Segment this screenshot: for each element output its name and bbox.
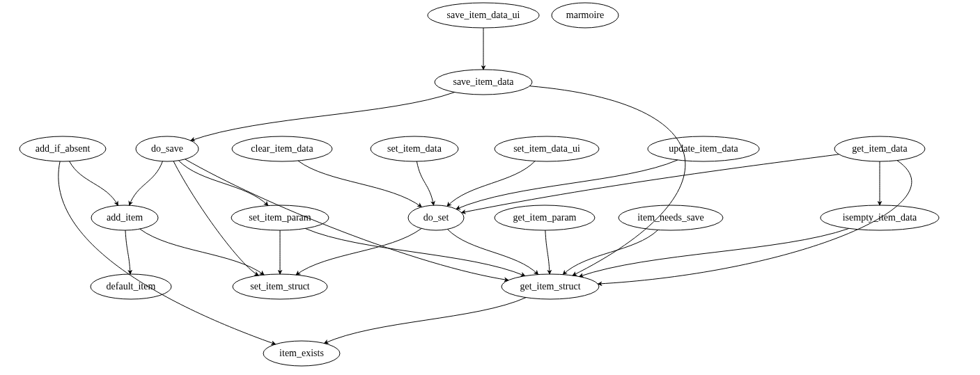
edge-do_set-to-set_item_struct — [296, 228, 421, 275]
node-set_item_data_ui: set_item_data_ui — [495, 136, 599, 161]
edge-save_item_data-to-do_save — [191, 93, 455, 141]
edge-do_save-to-add_item — [130, 161, 163, 205]
node-get_item_data: get_item_data — [834, 136, 925, 161]
node-do_save: do_save — [136, 136, 199, 161]
edge-do_save-to-get_item_struct — [185, 159, 508, 280]
node-label-get_item_param: get_item_param — [513, 212, 577, 223]
edge-do_save-to-set_item_struct — [173, 161, 258, 276]
edge-set_item_data_ui-to-do_set — [447, 161, 535, 207]
node-label-set_item_data_ui: set_item_data_ui — [513, 143, 580, 154]
edge-clear_item_data-to-do_set — [298, 161, 421, 207]
node-label-set_item_data: set_item_data — [387, 143, 442, 154]
node-clear_item_data: clear_item_data — [232, 136, 332, 161]
node-set_item_data: set_item_data — [371, 136, 458, 161]
dependency-graph: save_item_data_uimarmoiresave_item_dataa… — [0, 0, 980, 375]
node-label-add_item: add_item — [107, 212, 143, 223]
edge-add_item-to-set_item_struct — [140, 229, 264, 275]
node-set_item_struct: set_item_struct — [233, 274, 327, 299]
node-label-add_if_absent: add_if_absent — [36, 143, 91, 154]
edge-do_save-to-set_item_param — [178, 161, 267, 206]
node-item_needs_save: item_needs_save — [619, 205, 723, 230]
node-get_item_struct: get_item_struct — [501, 274, 599, 299]
node-label-do_set: do_set — [423, 212, 449, 223]
node-add_item: add_item — [91, 205, 158, 230]
edge-isempty_item_data-to-get_item_struct — [580, 228, 849, 276]
node-label-set_item_struct: set_item_struct — [250, 281, 310, 292]
node-label-get_item_data: get_item_data — [852, 143, 908, 154]
edge-add_if_absent-to-add_item — [70, 161, 118, 206]
node-get_item_param: get_item_param — [495, 205, 595, 230]
node-add_if_absent: add_if_absent — [20, 136, 106, 161]
edge-set_item_data-to-do_set — [417, 161, 433, 205]
node-label-update_item_data: update_item_data — [669, 143, 738, 154]
node-isempty_item_data: isempty_item_data — [820, 205, 939, 230]
node-update_item_data: update_item_data — [648, 136, 759, 161]
node-label-set_item_param: set_item_param — [249, 212, 311, 223]
edge-set_item_param-to-get_item_struct — [305, 228, 525, 276]
node-marmoire: marmoire — [552, 3, 619, 28]
edge-add_item-to-default_item — [125, 230, 130, 274]
node-label-get_item_struct: get_item_struct — [520, 281, 580, 292]
edge-do_set-to-get_item_struct — [447, 229, 538, 274]
node-label-item_needs_save: item_needs_save — [637, 212, 704, 223]
node-default_item: default_item — [91, 274, 171, 299]
node-save_item_data_ui: save_item_data_ui — [428, 3, 539, 28]
node-label-save_item_data: save_item_data — [453, 77, 514, 87]
node-label-do_save: do_save — [151, 143, 183, 154]
node-do_set: do_set — [408, 205, 464, 230]
edge-save_item_data-to-get_item_struct — [529, 86, 685, 276]
node-save_item_data: save_item_data — [435, 70, 532, 95]
edge-get_item_data-to-do_set — [462, 154, 839, 213]
node-item_exists: item_exists — [263, 341, 340, 366]
node-label-default_item: default_item — [107, 281, 156, 292]
node-set_item_param: set_item_param — [231, 205, 329, 230]
node-label-marmoire: marmoire — [566, 10, 604, 20]
node-label-isempty_item_data: isempty_item_data — [843, 212, 917, 223]
edge-update_item_data-to-do_set — [456, 160, 678, 209]
node-label-save_item_data_ui: save_item_data_ui — [447, 10, 520, 20]
edge-get_item_param-to-get_item_struct — [545, 230, 550, 274]
node-label-clear_item_data: clear_item_data — [251, 143, 313, 154]
edge-get_item_struct-to-item_exists — [324, 298, 526, 344]
node-label-item_exists: item_exists — [279, 348, 324, 358]
